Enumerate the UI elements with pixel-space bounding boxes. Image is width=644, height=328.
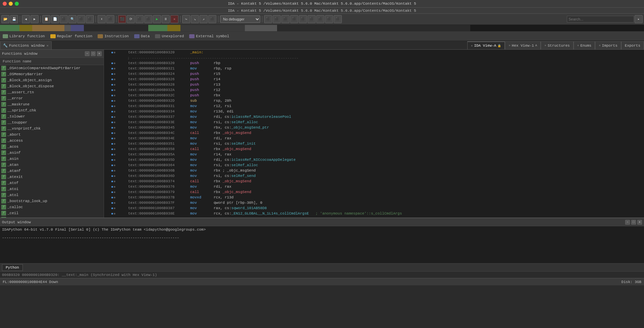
code-line[interactable]: text:00000001006B936Bmovrbx ; _objc_msgS… <box>104 168 644 173</box>
function-list-item[interactable]: f_OSAtomicCompareAndSwapPtrBarrier <box>0 65 104 71</box>
code-line[interactable]: text:00000001006B9345movrbx, cs:_objc_ms… <box>104 125 644 130</box>
tab-structures-close[interactable]: ✕ <box>544 44 546 47</box>
tab-imports[interactable]: ✕ Imports <box>595 41 621 49</box>
code-line[interactable]: text:00000001006B933Emovrsi, cs:selRef_a… <box>104 120 644 125</box>
btn10[interactable]: ⬛ <box>208 15 216 23</box>
code-line[interactable]: text:00000001006B9364movrsi, cs:selRef_a… <box>104 162 644 168</box>
line-breakpoint-area[interactable] <box>111 116 119 118</box>
code-view[interactable]: text:00000001006B9320_main:; -----------… <box>104 50 644 218</box>
breakpoint-button[interactable]: ⬛ <box>118 15 126 23</box>
output-close-button[interactable]: ✕ <box>637 220 642 225</box>
function-list-item[interactable]: f_asin <box>0 156 104 162</box>
down-arrow-button[interactable]: ⬇ <box>98 15 106 23</box>
line-breakpoint-area[interactable] <box>111 127 119 129</box>
function-list-item[interactable]: f__toupper <box>0 120 104 126</box>
minimize-button[interactable] <box>9 2 13 6</box>
btn13[interactable]: ⬛ <box>281 15 289 23</box>
save-button[interactable]: 💾 <box>10 15 18 23</box>
code-line[interactable]: text:00000001006B932Cpushrbx <box>104 93 644 98</box>
code-line[interactable]: text:00000001006B934Ccallrbx _objc_msgSe… <box>104 130 644 136</box>
code-line[interactable]: text:00000001006B938Emovrcx, cs:_EN12_GL… <box>104 211 644 216</box>
btn11[interactable]: ⬛ <box>264 15 272 23</box>
line-breakpoint-area[interactable] <box>111 159 119 161</box>
function-list-item[interactable]: f_access <box>0 138 104 144</box>
code-line[interactable]: text:00000001006B9358callrbx _objc_msgSe… <box>104 146 644 152</box>
line-breakpoint-area[interactable] <box>111 89 119 91</box>
line-breakpoint-area[interactable] <box>111 148 119 150</box>
line-breakpoint-area[interactable] <box>111 143 119 145</box>
line-breakpoint-area[interactable] <box>111 207 119 209</box>
forward-button[interactable]: ▶ <box>31 15 39 23</box>
code-line[interactable]: text:00000001006B9331movr12, rsi <box>104 103 644 109</box>
code-line[interactable]: text:00000001006B937Fmovqword ptr [rbp-3… <box>104 200 644 205</box>
search-input[interactable] <box>567 17 634 21</box>
line-breakpoint-area[interactable] <box>111 62 119 64</box>
code-line[interactable]: text:00000001006B9337movrdi, cs:iclassRe… <box>104 114 644 120</box>
code-line[interactable]: text:00000001006B9351movrsi, cs:selRef_i… <box>104 141 644 146</box>
traffic-lights[interactable] <box>3 2 19 6</box>
tab-ida-view-close-left[interactable]: ✕ <box>471 44 473 48</box>
tab-enums-close[interactable]: ✕ <box>577 44 579 47</box>
function-list-item[interactable]: f_acos <box>0 144 104 150</box>
btn16[interactable]: ⬛ <box>308 15 316 23</box>
line-breakpoint-area[interactable] <box>111 175 119 177</box>
function-list-item[interactable]: f_ceil <box>0 210 104 216</box>
functions-restore-button[interactable]: □ <box>91 51 96 56</box>
line-breakpoint-area[interactable] <box>111 213 119 215</box>
function-list-item[interactable]: f_asinf <box>0 150 104 156</box>
code-line[interactable]: text:00000001006B9379callrbx _objc_msgSe… <box>104 189 644 195</box>
btn6[interactable]: ⬛ <box>86 15 94 23</box>
run-button[interactable]: ▶ <box>153 15 161 23</box>
code-line[interactable]: text:00000001006B9374callrbx _objc_msgSe… <box>104 179 644 184</box>
line-breakpoint-area[interactable] <box>111 181 119 182</box>
tab-enums[interactable]: ✕ Enums <box>574 41 595 49</box>
code-line[interactable]: text:00000001006B9320pushrbp <box>104 60 644 66</box>
functions-window-close[interactable]: ✕ <box>47 44 49 48</box>
tab-hex-close[interactable]: ✕ <box>508 44 510 47</box>
function-list-item[interactable]: f_atol <box>0 192 104 198</box>
line-breakpoint-area[interactable] <box>111 170 119 172</box>
btn7[interactable]: ⬛ <box>106 15 114 23</box>
tab-hex-view[interactable]: ✕ Hex View-1 A <box>505 41 541 49</box>
function-list-item[interactable]: f__assert_rtn <box>0 89 104 95</box>
function-list-item[interactable]: f_atof <box>0 180 104 186</box>
line-breakpoint-area[interactable] <box>111 73 119 75</box>
function-list-item[interactable]: f_atan <box>0 162 104 168</box>
line-breakpoint-area[interactable] <box>111 165 119 166</box>
step-out-button[interactable]: ↗ <box>200 15 208 23</box>
code-line[interactable]: text:00000001006B9324pushr15 <box>104 71 644 77</box>
function-list-item[interactable]: f_atexit <box>0 174 104 180</box>
btn5[interactable]: ⬛ <box>77 15 85 23</box>
btn17[interactable]: ⬛ <box>316 15 324 23</box>
line-breakpoint-area[interactable] <box>111 132 119 134</box>
code-line[interactable]: text:00000001006B9387movrax, cs:sqword_1… <box>104 205 644 211</box>
line-breakpoint-area[interactable] <box>111 122 119 123</box>
tab-imports-close[interactable]: ✕ <box>599 44 600 47</box>
function-list-item[interactable]: f_atanf <box>0 168 104 174</box>
btn15[interactable]: ⬛ <box>299 15 307 23</box>
btn8[interactable]: ⬛ <box>136 15 144 23</box>
function-list-item[interactable]: f_ceilf <box>0 216 104 218</box>
output-restore-button[interactable]: □ <box>631 220 636 225</box>
function-list-item[interactable]: f_Block_object_assign <box>0 77 104 83</box>
open-button[interactable]: 📂 <box>1 15 9 23</box>
code-line[interactable]: text:00000001006B9320_main: <box>104 50 644 55</box>
btn19[interactable]: ⬛ <box>334 15 342 23</box>
functions-minimize-button[interactable]: − <box>85 51 90 56</box>
line-breakpoint-area[interactable] <box>111 154 119 155</box>
tab-structures[interactable]: ✕ Structures <box>541 41 573 49</box>
maximize-button[interactable] <box>15 2 19 6</box>
line-breakpoint-area[interactable] <box>111 191 119 193</box>
line-breakpoint-area[interactable] <box>111 95 119 96</box>
code-line[interactable]: text:00000001006B935Dmovrdi, cs:iclassRe… <box>104 157 644 162</box>
btn12[interactable]: ⬛ <box>273 15 281 23</box>
btn3[interactable]: ⬛ <box>60 15 68 23</box>
btn9[interactable]: ⬛ <box>144 15 152 23</box>
line-breakpoint-area[interactable] <box>111 100 119 102</box>
code-line[interactable]: text:00000001006B9395movrax, rcx <box>104 216 644 218</box>
copy-button[interactable]: 📋 <box>42 15 50 23</box>
function-list-item[interactable]: f_abort <box>0 132 104 138</box>
search-go-button[interactable]: ▸ <box>635 15 643 23</box>
line-breakpoint-area[interactable] <box>111 79 119 80</box>
function-list-item[interactable]: f_bootstrap_look_up <box>0 198 104 204</box>
